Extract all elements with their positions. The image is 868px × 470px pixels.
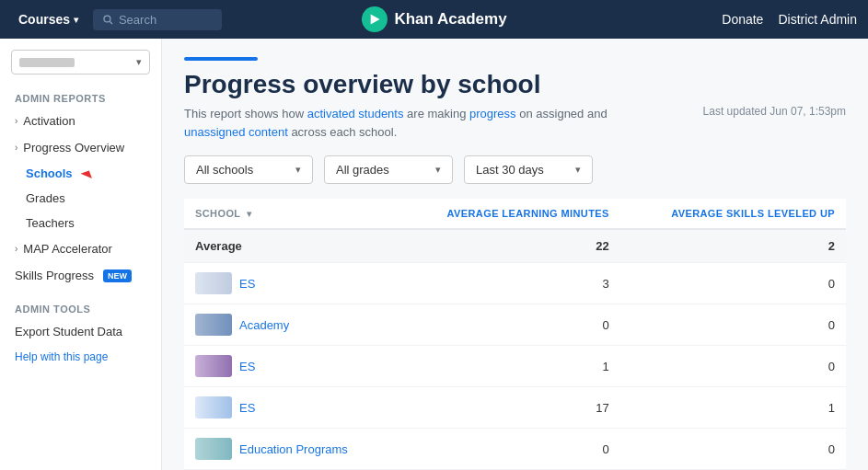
logo-text: Khan Academy — [394, 10, 506, 29]
help-link[interactable]: Help with this page — [0, 343, 122, 371]
table-row: ES10 — [184, 346, 846, 387]
table-row: Average222 — [184, 229, 846, 263]
table-header: SCHOOL ▾ AVERAGE LEARNING MINUTES AVERAG… — [184, 199, 846, 229]
last-updated-text: Last updated Jun 07, 1:53pm — [703, 105, 846, 118]
report-table: SCHOOL ▾ AVERAGE LEARNING MINUTES AVERAG… — [184, 199, 846, 470]
skills-new-badge: NEW — [103, 269, 132, 282]
courses-chevron-icon: ▾ — [74, 15, 78, 25]
school-name[interactable]: ES — [239, 401, 255, 415]
sidebar-item-grades[interactable]: Grades — [0, 186, 161, 211]
school-name-cell: Education Programs — [195, 438, 386, 460]
schools-filter[interactable]: All schools ▾ — [184, 155, 313, 184]
school-thumbnail — [195, 355, 232, 377]
site-logo: Khan Academy — [361, 6, 506, 32]
col-learning-minutes-label: AVERAGE LEARNING MINUTES — [447, 208, 609, 219]
courses-label: Courses — [18, 12, 70, 27]
svg-line-1 — [110, 21, 111, 23]
col-skills-leveled-up-label: AVERAGE SKILLS LEVELED UP — [671, 208, 835, 219]
schools-filter-label: All schools — [196, 163, 253, 177]
time-filter-chevron: ▾ — [575, 164, 581, 176]
courses-menu[interactable]: Courses ▾ — [11, 12, 86, 27]
table-row: ES30 — [184, 263, 846, 304]
col-skills-leveled-up[interactable]: AVERAGE SKILLS LEVELED UP — [620, 199, 846, 229]
sidebar-item-map-accelerator[interactable]: › MAP Accelerator — [0, 235, 161, 262]
skills-leveled-up-cell: 0 — [620, 304, 846, 346]
page-title: Progress overview by school — [184, 70, 846, 99]
nav-right-actions: Donate District Admin — [722, 12, 857, 27]
school-name-cell: ES — [195, 355, 386, 377]
sidebar: ▾ Admin Reports › Activation › Progress … — [0, 39, 162, 470]
sidebar-item-export[interactable]: Export Student Data — [0, 318, 161, 345]
table-body: Average222ES30Academy00ES10ES171Educatio… — [184, 229, 846, 470]
main-content: Progress overview by school This report … — [162, 39, 868, 470]
schools-filter-chevron: ▾ — [295, 164, 301, 176]
map-chevron-icon: › — [15, 244, 17, 254]
sidebar-item-activation[interactable]: › Activation — [0, 108, 161, 134]
skills-leveled-up-cell: 2 — [620, 229, 846, 263]
school-cell[interactable]: ES — [184, 263, 397, 304]
learning-minutes-cell: 0 — [397, 304, 620, 346]
school-thumbnail — [195, 314, 232, 336]
col-school-label: SCHOOL — [195, 208, 240, 219]
schools-label: Schools — [26, 166, 73, 180]
sidebar-item-teachers[interactable]: Teachers — [0, 211, 161, 235]
district-selector[interactable]: ▾ — [11, 50, 150, 75]
school-name[interactable]: Education Programs — [239, 442, 348, 456]
district-admin-button[interactable]: District Admin — [778, 12, 857, 27]
table-row: ES171 — [184, 387, 846, 429]
search-input[interactable] — [119, 13, 213, 27]
school-cell[interactable]: ES — [184, 346, 397, 387]
learning-minutes-cell: 1 — [397, 346, 620, 387]
export-label: Export Student Data — [15, 325, 122, 338]
search-icon — [102, 13, 113, 26]
activation-chevron-icon: › — [15, 116, 17, 126]
top-navigation: Courses ▾ Khan Academy Donate District A… — [0, 0, 868, 39]
col-school[interactable]: SCHOOL ▾ — [184, 199, 397, 229]
khan-academy-logo-icon — [361, 6, 387, 32]
school-name[interactable]: ES — [239, 360, 255, 373]
app-layout: ▾ Admin Reports › Activation › Progress … — [0, 39, 868, 470]
progress-link[interactable]: progress — [469, 107, 516, 120]
progress-overview-chevron-icon: › — [15, 143, 17, 153]
sort-arrow-icon: ▾ — [247, 209, 251, 219]
district-chevron-icon: ▾ — [136, 56, 142, 68]
school-thumbnail — [195, 396, 232, 418]
learning-minutes-cell: 17 — [397, 387, 620, 429]
skills-progress-label: Skills Progress — [15, 269, 94, 282]
page-description-area: This report shows how activated students… — [184, 105, 846, 141]
sidebar-item-progress-overview[interactable]: › Progress Overview — [0, 134, 161, 161]
schools-indicator-arrow — [81, 171, 92, 182]
map-accelerator-label: MAP Accelerator — [23, 242, 112, 256]
table-row: Education Programs00 — [184, 429, 846, 470]
skills-leveled-up-cell: 0 — [620, 429, 846, 470]
school-name-cell: ES — [195, 272, 386, 294]
school-cell[interactable]: ES — [184, 387, 397, 429]
progress-overview-label: Progress Overview — [23, 141, 124, 155]
school-name[interactable]: ES — [239, 277, 255, 291]
svg-point-0 — [104, 16, 110, 22]
learning-minutes-cell: 0 — [397, 429, 620, 470]
search-bar[interactable] — [93, 9, 222, 30]
sidebar-item-schools[interactable]: Schools — [0, 161, 161, 186]
sidebar-item-skills-progress[interactable]: Skills Progress NEW — [0, 262, 161, 289]
district-name-placeholder — [19, 58, 75, 67]
admin-tools-section-label: Admin Tools — [0, 296, 161, 318]
skills-leveled-up-cell: 1 — [620, 387, 846, 429]
activation-label: Activation — [23, 114, 75, 128]
learning-minutes-cell: 3 — [397, 263, 620, 304]
description-text: This report shows how activated students… — [184, 105, 644, 141]
learning-minutes-cell: 22 — [397, 229, 620, 263]
grades-label: Grades — [26, 191, 65, 205]
donate-button[interactable]: Donate — [722, 12, 763, 27]
time-filter[interactable]: Last 30 days ▾ — [464, 155, 593, 184]
school-name[interactable]: Academy — [239, 318, 289, 332]
admin-reports-section-label: Admin Reports — [0, 86, 161, 108]
unassigned-link[interactable]: unassigned content — [184, 125, 288, 139]
skills-leveled-up-cell: 0 — [620, 263, 846, 304]
time-filter-label: Last 30 days — [476, 163, 544, 177]
activated-students-link[interactable]: activated students — [307, 107, 404, 120]
school-cell[interactable]: Academy — [184, 304, 397, 346]
col-learning-minutes[interactable]: AVERAGE LEARNING MINUTES — [397, 199, 620, 229]
grades-filter[interactable]: All grades ▾ — [324, 155, 453, 184]
school-cell[interactable]: Education Programs — [184, 429, 397, 470]
